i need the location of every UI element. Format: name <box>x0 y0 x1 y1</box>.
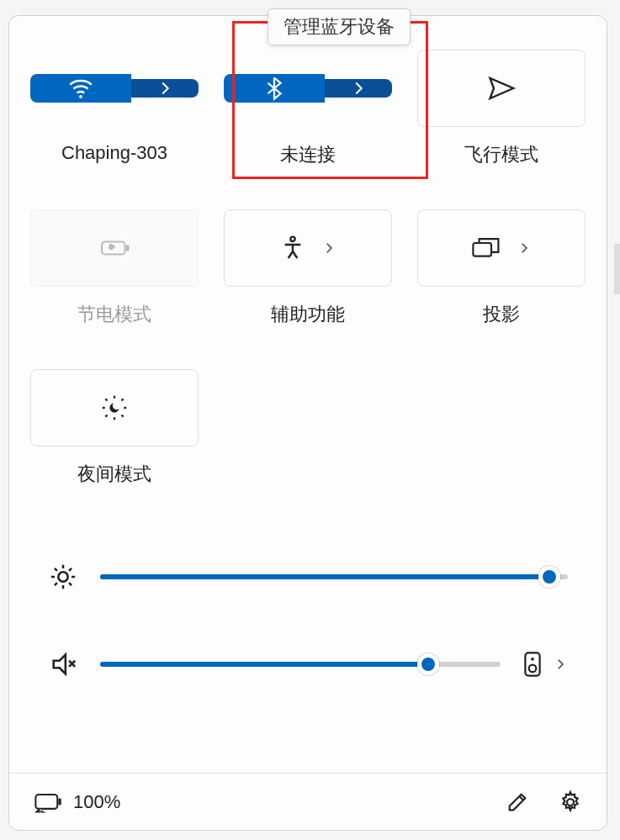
svg-point-9 <box>531 658 534 661</box>
battery-saver-icon <box>98 235 131 261</box>
volume-mute-icon <box>49 650 77 679</box>
volume-icon-wrap <box>48 650 78 679</box>
bluetooth-expand[interactable] <box>325 79 392 98</box>
battery-saver-tile <box>30 209 199 287</box>
chevron-right-icon <box>553 657 568 672</box>
battery-status[interactable]: 100% <box>33 791 120 813</box>
volume-output-select[interactable] <box>522 651 568 678</box>
bluetooth-tile[interactable] <box>224 50 392 127</box>
wifi-icon <box>66 74 95 103</box>
bluetooth-label: 未连接 <box>280 142 336 167</box>
project-tile-wrap: 投影 <box>417 209 586 327</box>
svg-point-14 <box>567 799 574 806</box>
svg-rect-2 <box>126 245 130 251</box>
wifi-tile[interactable] <box>30 50 199 127</box>
edit-button[interactable] <box>506 790 529 814</box>
airplane-label: 飞行模式 <box>464 142 538 167</box>
svg-rect-12 <box>58 798 61 805</box>
battery-warning-icon <box>33 791 63 813</box>
brightness-slider[interactable] <box>100 574 568 579</box>
airplane-tile-wrap: 飞行模式 <box>417 50 586 167</box>
battery-saver-label: 节电模式 <box>77 302 151 327</box>
wifi-label: Chaping-303 <box>61 142 167 164</box>
svg-point-0 <box>79 95 82 98</box>
volume-row <box>48 650 568 679</box>
speaker-device-icon <box>522 651 543 678</box>
bottom-actions <box>506 790 583 815</box>
scrollbar-hint[interactable] <box>614 244 620 294</box>
svg-point-6 <box>113 401 121 409</box>
brightness-icon-wrap <box>48 563 78 591</box>
chevron-right-icon <box>156 79 174 98</box>
quick-settings-panel: Chaping-303 未连接 <box>8 15 607 831</box>
project-label: 投影 <box>483 302 520 327</box>
airplane-icon <box>486 73 517 103</box>
accessibility-tile-wrap: 辅助功能 <box>224 209 392 327</box>
svg-point-13 <box>40 811 40 811</box>
brightness-thumb[interactable] <box>538 566 560 588</box>
svg-point-10 <box>529 665 537 673</box>
brightness-fill <box>100 574 549 579</box>
airplane-tile[interactable] <box>417 50 586 127</box>
night-light-label: 夜间模式 <box>77 462 151 487</box>
night-light-tile[interactable] <box>30 369 199 446</box>
pencil-icon <box>506 790 529 814</box>
project-tile[interactable] <box>417 209 586 287</box>
accessibility-label: 辅助功能 <box>271 302 345 327</box>
svg-rect-4 <box>473 243 491 256</box>
svg-rect-11 <box>35 795 57 809</box>
chevron-right-icon <box>321 240 336 256</box>
volume-slider[interactable] <box>100 662 501 667</box>
battery-percent-text: 100% <box>73 791 120 813</box>
svg-point-7 <box>58 572 67 581</box>
wifi-toggle[interactable] <box>30 74 131 103</box>
bluetooth-tile-wrap: 未连接 <box>224 50 392 167</box>
night-light-tile-wrap: 夜间模式 <box>30 369 199 487</box>
battery-saver-tile-wrap: 节电模式 <box>30 209 199 327</box>
brightness-icon <box>49 563 77 591</box>
tiles-grid: Chaping-303 未连接 <box>33 50 583 487</box>
bluetooth-tooltip: 管理蓝牙设备 <box>268 8 411 45</box>
brightness-row <box>48 563 568 591</box>
wifi-expand[interactable] <box>131 79 199 98</box>
chevron-right-icon <box>349 79 368 98</box>
project-icon <box>471 235 501 261</box>
gear-icon <box>558 790 583 815</box>
bottom-bar: 100% <box>9 773 607 830</box>
chevron-right-icon <box>517 240 532 256</box>
settings-button[interactable] <box>558 790 583 815</box>
night-light-icon <box>100 394 129 422</box>
volume-fill <box>100 662 428 667</box>
svg-point-3 <box>290 237 294 241</box>
bluetooth-toggle[interactable] <box>224 74 325 103</box>
bluetooth-icon <box>262 74 287 103</box>
wifi-tile-wrap: Chaping-303 <box>30 50 199 167</box>
volume-thumb[interactable] <box>417 653 439 675</box>
accessibility-icon <box>279 235 306 262</box>
accessibility-tile[interactable] <box>224 209 392 287</box>
sliders-section <box>33 563 583 679</box>
